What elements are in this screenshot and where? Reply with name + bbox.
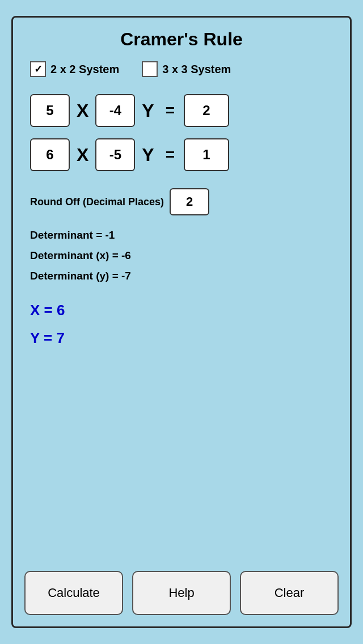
checkbox-2x2-text: 2 x 2 System (50, 63, 119, 76)
eq1-var-y: Y (142, 100, 154, 121)
equations-section: X Y = X Y = (24, 94, 339, 171)
clear-button[interactable]: Clear (240, 571, 339, 615)
eq2-coeff-x-input[interactable] (30, 138, 70, 171)
results-section: Determinant = -1 Determinant (x) = -6 De… (24, 229, 339, 290)
system-selection: ✓ 2 x 2 System 3 x 3 System (24, 61, 339, 77)
help-button[interactable]: Help (132, 571, 231, 615)
checkbox-3x3-label[interactable]: 3 x 3 System (142, 61, 231, 77)
eq1-rhs-input[interactable] (184, 94, 229, 127)
eq2-var-y: Y (142, 145, 154, 166)
eq1-var-x: X (77, 100, 88, 121)
eq2-rhs-input[interactable] (184, 138, 229, 171)
eq1-coeff-x-input[interactable] (30, 94, 70, 127)
round-off-section: Round Off (Decimal Places) (24, 188, 339, 215)
equation-row-1: X Y = (30, 94, 339, 127)
buttons-row: Calculate Help Clear (24, 560, 339, 615)
checkbox-3x3[interactable] (142, 61, 158, 77)
round-off-input[interactable] (170, 188, 209, 215)
solutions-section: X = 6 Y = 7 (24, 302, 339, 357)
determinant-main: Determinant = -1 (30, 229, 339, 242)
equation-row-2: X Y = (30, 138, 339, 171)
eq1-equals: = (166, 101, 175, 120)
solution-x: X = 6 (30, 302, 339, 319)
determinant-x: Determinant (x) = -6 (30, 249, 339, 262)
checkbox-2x2[interactable]: ✓ (30, 61, 46, 77)
checkbox-3x3-text: 3 x 3 System (162, 63, 231, 76)
main-container: Cramer's Rule ✓ 2 x 2 System 3 x 3 Syste… (11, 16, 352, 628)
eq2-equals: = (166, 146, 175, 164)
eq1-coeff-y-input[interactable] (95, 94, 135, 127)
calculate-button[interactable]: Calculate (24, 571, 123, 615)
eq2-var-x: X (77, 145, 88, 166)
eq2-coeff-y-input[interactable] (95, 138, 135, 171)
page-title: Cramer's Rule (24, 29, 339, 50)
solution-y: Y = 7 (30, 329, 339, 347)
determinant-y: Determinant (y) = -7 (30, 270, 339, 282)
checkbox-2x2-label[interactable]: ✓ 2 x 2 System (30, 61, 119, 77)
round-off-label: Round Off (Decimal Places) (30, 196, 164, 208)
